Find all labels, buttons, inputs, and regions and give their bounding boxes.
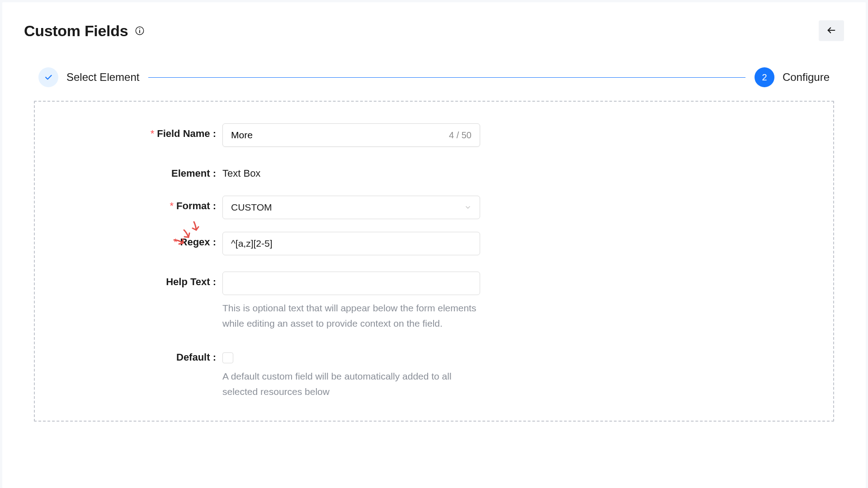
step-connector xyxy=(148,77,745,78)
field-name-input-wrap[interactable]: 4 / 50 xyxy=(222,123,480,147)
row-element: Element : Text Box xyxy=(53,163,815,179)
row-help-text: Help Text : This is optional text that w… xyxy=(53,272,815,331)
element-value: Text Box xyxy=(222,168,480,179)
page-title: Custom Fields xyxy=(24,22,128,40)
step2-number: 2 xyxy=(755,67,774,87)
regex-input[interactable] xyxy=(222,232,480,255)
default-description: A default custom field will be automatic… xyxy=(222,369,480,399)
chevron-down-icon xyxy=(464,204,472,211)
row-default: Default : A default custom field will be… xyxy=(53,347,815,399)
step2-label: Configure xyxy=(783,71,830,84)
check-icon xyxy=(38,67,58,87)
format-select[interactable]: CUSTOM xyxy=(222,196,480,219)
required-mark: * xyxy=(174,236,178,248)
format-label: Format : xyxy=(176,200,216,212)
step-select-element[interactable]: Select Element xyxy=(38,67,139,87)
regex-label: Regex : xyxy=(180,236,216,248)
default-checkbox[interactable] xyxy=(222,352,233,363)
field-name-counter: 4 / 50 xyxy=(444,130,472,141)
row-field-name: * Field Name : 4 / 50 xyxy=(53,123,815,147)
info-icon[interactable] xyxy=(134,25,145,36)
element-label: Element : xyxy=(171,168,216,179)
help-text-description: This is optional text that will appear b… xyxy=(222,300,480,331)
required-mark: * xyxy=(170,200,174,212)
step-configure[interactable]: 2 Configure xyxy=(755,67,830,87)
back-button[interactable] xyxy=(819,20,844,41)
row-format: * Format : CUSTOM xyxy=(53,196,815,219)
row-regex: * Regex : xyxy=(53,232,815,255)
format-value: CUSTOM xyxy=(231,202,272,213)
configure-panel: * Field Name : 4 / 50 Element : Text Box xyxy=(34,101,834,422)
step1-label: Select Element xyxy=(66,71,139,84)
default-label: Default : xyxy=(176,352,216,363)
field-name-input[interactable] xyxy=(231,130,444,141)
help-text-input[interactable] xyxy=(222,272,480,295)
field-name-label: Field Name : xyxy=(157,128,216,140)
page-header: Custom Fields xyxy=(2,2,866,55)
arrow-left-icon xyxy=(826,25,836,37)
required-mark: * xyxy=(151,128,155,140)
stepper: Select Element 2 Configure xyxy=(34,55,834,101)
help-text-label: Help Text : xyxy=(166,276,216,288)
